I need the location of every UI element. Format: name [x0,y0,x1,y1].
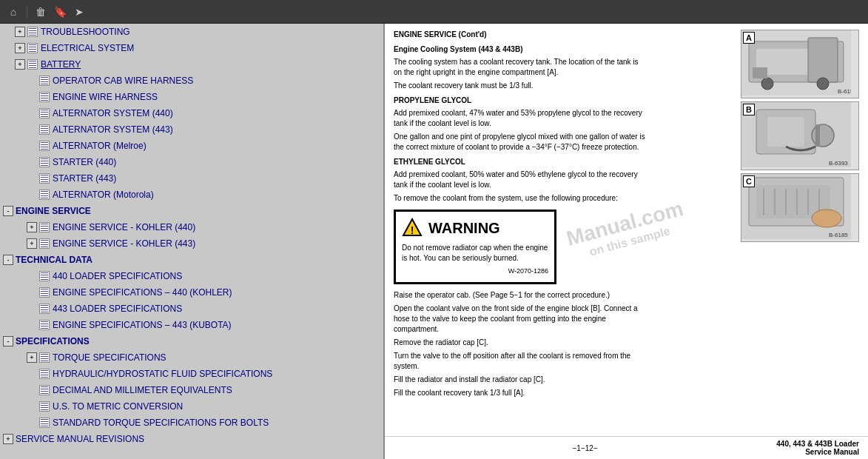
toc-item-torque-spec[interactable]: +TORQUE SPECIFICATIONS [0,349,383,366]
toc-expand-svc-revisions[interactable]: + [3,434,13,444]
propylene-para1: Add premixed coolant, 47% water and 53% … [394,108,645,129]
toc-label-engine-wire: ENGINE WIRE HARNESS [53,90,158,104]
toc-doc-icon-eng-spec-443 [39,320,50,330]
toc-item-alt-443[interactable]: ALTERNATOR SYSTEM (443) [0,121,383,138]
warning-text: Do not remove radiator cap when the engi… [402,243,548,264]
toc-label-battery: BATTERY [41,58,81,71]
bookmark-icon[interactable]: 🔖 [53,4,67,19]
toolbar: ⌂ 🗑 🔖 ➤ [0,0,868,24]
warning-title: WARNING [428,218,500,238]
toc-doc-icon-alt-motorola [39,190,50,200]
toc-scroll[interactable]: +TROUBLESHOOTING+ELECTRICAL SYSTEM+BATTE… [0,24,383,459]
toc-item-loader-443[interactable]: 443 LOADER SPECIFICATIONS [0,301,383,317]
home-icon[interactable]: ⌂ [6,4,21,19]
toc-label-svc-revisions: SERVICE MANUAL REVISIONS [16,432,144,446]
toc-label-electrical: ELECTRICAL SYSTEM [41,41,134,55]
ethylene-title: ETHYLENE GLYCOL [394,157,645,167]
toc-item-eng-spec-443[interactable]: ENGINE SPECIFICATIONS – 443 (KUBOTA) [0,317,383,333]
toc-label-us-metric: U.S. TO METRIC CONVERSION [53,400,183,413]
toc-item-eng-spec-440[interactable]: ENGINE SPECIFICATIONS – 440 (KOHLER) [0,284,383,301]
warning-header: ! WARNING [402,218,548,238]
proc-6: Fill the coolant recovery tank 1/3 full … [394,388,645,398]
image-A-label: A [743,32,755,44]
warning-box: ! WARNING Do not remove radiator cap whe… [394,210,556,284]
toc-expand-technical-data[interactable]: - [3,255,13,265]
toc-label-std-torque: STANDARD TORQUE SPECIFICATIONS FOR BOLTS [53,416,269,429]
toc-label-engine-service: ENGINE SERVICE [16,204,91,218]
toc-label-alt-motorola: ALTERNATOR (Motorola) [53,188,154,201]
toc-label-alt-440: ALTERNATOR SYSTEM (440) [53,107,173,120]
toc-item-eng-svc-kohler-440[interactable]: +ENGINE SERVICE - KOHLER (440) [0,219,383,235]
toc-item-us-metric[interactable]: U.S. TO METRIC CONVERSION [0,398,383,415]
toc-item-engine-wire[interactable]: ENGINE WIRE HARNESS [0,89,383,105]
toc-doc-icon-troubleshooting [27,27,38,37]
trash-icon[interactable]: 🗑 [33,4,48,19]
image-B-label: B [743,104,755,115]
toc-expand-eng-svc-kohler-443[interactable]: + [27,238,37,249]
toc-expand-torque-spec[interactable]: + [27,352,37,363]
toc-doc-icon-torque-spec [39,352,50,363]
toc-expand-eng-svc-kohler-440[interactable]: + [27,222,37,232]
footer-page: −1−12− [394,444,776,452]
toc-item-battery[interactable]: +BATTERY [0,56,383,73]
warning-code: W-2070-1286 [402,267,548,276]
toc-item-troubleshooting[interactable]: +TROUBLESHOOTING [0,24,383,40]
toc-doc-icon-decimal-mm [39,385,50,395]
toc-doc-icon-alt-440 [39,108,50,118]
svg-text:B-6185: B-6185 [829,232,848,238]
toc-expand-battery[interactable]: + [15,59,25,70]
ethylene-para1: Add premixed coolant, 50% water and 50% … [394,170,645,190]
toc-item-specifications[interactable]: -SPECIFICATIONS [0,333,383,349]
doc-section-title: Engine Cooling System (443 & 443B) [394,44,645,55]
doc-para-1: The cooling system has a coolant recover… [394,57,645,78]
toc-item-decimal-mm[interactable]: DECIMAL AND MILLIMETER EQUIVALENTS [0,382,383,398]
toc-item-alt-440[interactable]: ALTERNATOR SYSTEM (440) [0,105,383,121]
toc-doc-icon-loader-443 [39,304,50,314]
toc-doc-icon-starter-440 [39,157,50,167]
toc-item-eng-svc-kohler-443[interactable]: +ENGINE SERVICE - KOHLER (443) [0,235,383,252]
toc-expand-specifications[interactable]: - [3,336,13,346]
toc-doc-icon-alt-melroe [39,141,50,151]
toc-item-starter-440[interactable]: STARTER (440) [0,154,383,170]
proc-3: Remove the radiator cap [C]. [394,338,645,348]
proc-2: Open the coolant valve on the front side… [394,304,645,335]
doc-text: ENGINE SERVICE (Cont'd) Engine Cooling S… [394,30,645,401]
doc-para-2: The coolant recovery tank must be 1/3 fu… [394,81,645,91]
toc-item-engine-service[interactable]: -ENGINE SERVICE [0,203,383,219]
toc-doc-icon-eng-svc-kohler-443 [39,238,50,249]
doc-images: A B-6150 B [741,30,859,242]
toc-item-electrical[interactable]: +ELECTRICAL SYSTEM [0,40,383,56]
propylene-title: PROPYLENE GLYCOL [394,96,645,106]
toc-doc-icon-eng-svc-kohler-440 [39,222,50,232]
toc-label-loader-440: 440 LOADER SPECIFICATIONS [53,269,182,283]
toc-item-loader-440[interactable]: 440 LOADER SPECIFICATIONS [0,268,383,284]
toc-expand-electrical[interactable]: + [15,43,25,53]
toc-item-svc-revisions[interactable]: +SERVICE MANUAL REVISIONS [0,431,383,447]
toc-label-troubleshooting: TROUBLESHOOTING [41,25,130,38]
toc-item-op-cab-wire[interactable]: OPERATOR CAB WIRE HARNESS [0,73,383,89]
toc-expand-troubleshooting[interactable]: + [15,27,25,37]
toc-item-technical-data[interactable]: -TECHNICAL DATA [0,252,383,268]
toc-label-torque-spec: TORQUE SPECIFICATIONS [53,351,166,364]
toc-item-alt-motorola[interactable]: ALTERNATOR (Motorola) [0,187,383,203]
image-C-svg: B-6185 [741,174,851,239]
svg-point-5 [817,78,829,90]
toc-doc-icon-us-metric [39,401,50,412]
doc-content[interactable]: Manual.com on this sample A [385,24,868,436]
propylene-para2: One gallon and one pint of propylene gly… [394,132,645,153]
arrow-right-icon[interactable]: ➤ [72,4,87,19]
svg-point-23 [812,210,841,227]
svg-text:B-6393: B-6393 [829,160,848,167]
toc-item-std-torque[interactable]: STANDARD TORQUE SPECIFICATIONS FOR BOLTS [0,415,383,431]
svg-rect-3 [808,38,838,82]
toc-item-alt-melroe[interactable]: ALTERNATOR (Melroe) [0,138,383,154]
toc-doc-icon-electrical [27,43,38,53]
toc-doc-icon-op-cab-wire [39,76,50,86]
toc-panel: +TROUBLESHOOTING+ELECTRICAL SYSTEM+BATTE… [0,24,385,459]
image-B: B B-6393 [741,101,859,170]
toc-expand-engine-service[interactable]: - [3,206,13,216]
toc-item-hydraulic-fluid[interactable]: HYDRAULIC/HYDROSTATIC FLUID SPECIFICATIO… [0,366,383,382]
footer-title-line2: Service Manual [776,448,859,456]
toc-item-starter-443[interactable]: STARTER (443) [0,170,383,187]
svg-text:B-6150: B-6150 [838,88,851,95]
